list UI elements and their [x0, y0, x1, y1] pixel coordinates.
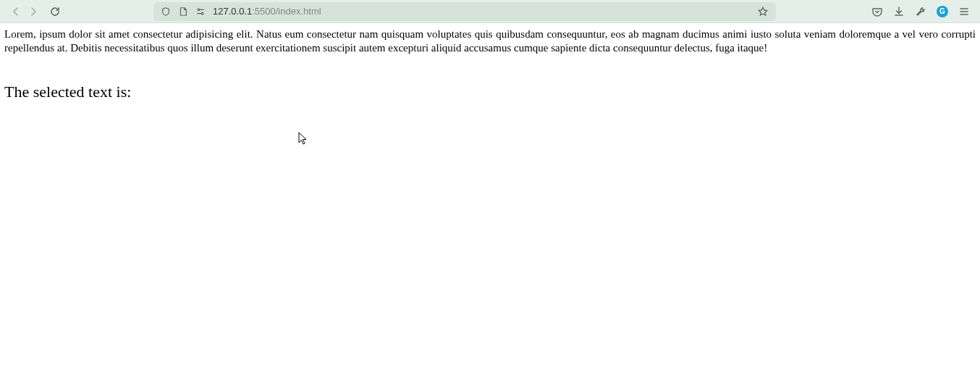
url-text[interactable]: 127.0.0.1:5500/index.html	[213, 6, 750, 17]
downloads-icon[interactable]	[893, 6, 905, 17]
svg-point-2	[201, 12, 203, 14]
browser-toolbar: 127.0.0.1:5500/index.html G	[0, 0, 980, 23]
permissions-icon[interactable]	[195, 7, 206, 17]
lorem-paragraph[interactable]: Lorem, ipsum dolor sit amet consectetur …	[4, 28, 976, 55]
page-content: Lorem, ipsum dolor sit amet consectetur …	[0, 23, 980, 106]
wrench-icon[interactable]	[915, 6, 926, 17]
url-host: 127.0.0.1	[213, 6, 252, 17]
forward-button[interactable]	[28, 6, 39, 17]
back-button[interactable]	[10, 6, 22, 17]
svg-point-0	[198, 9, 200, 11]
menu-icon[interactable]	[958, 6, 970, 17]
toolbar-right-icons: G	[867, 6, 974, 17]
cursor-icon	[298, 132, 310, 146]
selected-text-heading: The selected text is:	[4, 83, 976, 101]
shield-icon[interactable]	[161, 7, 171, 17]
reload-button[interactable]	[49, 6, 61, 17]
address-bar[interactable]: 127.0.0.1:5500/index.html	[153, 2, 776, 21]
pocket-icon[interactable]	[871, 6, 883, 17]
url-port-path: :5500/index.html	[252, 6, 321, 17]
nav-buttons	[6, 6, 65, 17]
extension-badge[interactable]: G	[937, 6, 948, 17]
extension-badge-label: G	[939, 7, 945, 15]
page-icon	[178, 7, 188, 17]
bookmark-star-icon[interactable]	[757, 6, 769, 17]
